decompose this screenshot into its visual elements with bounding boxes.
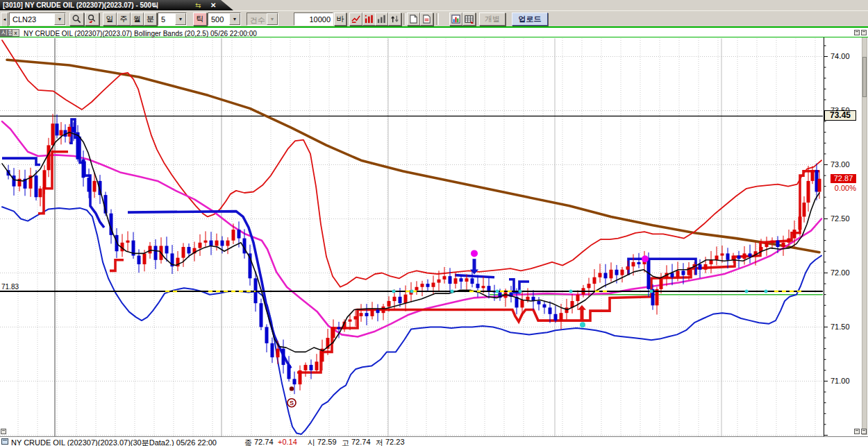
candle-body[interactable]	[143, 253, 147, 264]
candle-body[interactable]	[787, 239, 791, 243]
candle-body[interactable]	[82, 160, 85, 178]
candle-body[interactable]	[732, 256, 735, 260]
candle-body[interactable]	[260, 303, 263, 327]
trendline-tool-button[interactable]	[349, 12, 362, 26]
candle-body[interactable]	[660, 278, 663, 289]
candle-body[interactable]	[304, 365, 308, 370]
sort-updown-button[interactable]	[388, 12, 401, 26]
candle-body[interactable]	[765, 243, 769, 247]
splitter-button[interactable]: ◂	[1, 12, 8, 27]
candle-body[interactable]	[199, 243, 202, 248]
candle-body[interactable]	[818, 179, 821, 192]
candle-body[interactable]	[354, 316, 358, 320]
candle-body[interactable]	[637, 262, 641, 264]
candle-body[interactable]	[43, 170, 47, 189]
candle-body[interactable]	[526, 297, 530, 300]
candle-body[interactable]	[482, 286, 485, 288]
candle-body[interactable]	[215, 241, 219, 246]
candle-body[interactable]	[543, 305, 546, 308]
chevron-down-icon[interactable]: ▼	[175, 13, 186, 25]
candle-body[interactable]	[604, 273, 608, 278]
candle-body[interactable]	[382, 307, 385, 313]
bar-apply-button[interactable]: 바	[334, 12, 347, 26]
candle-body[interactable]	[715, 256, 719, 260]
period-month-button[interactable]: 월	[131, 12, 144, 26]
candle-body[interactable]	[599, 273, 602, 277]
candle-body[interactable]	[721, 253, 724, 255]
candle-body[interactable]	[210, 241, 213, 246]
candle-body[interactable]	[221, 241, 224, 246]
candle-body[interactable]	[204, 241, 208, 243]
candle-body[interactable]	[137, 256, 141, 264]
candle-body[interactable]	[282, 349, 285, 365]
candle-body[interactable]	[39, 189, 42, 197]
zoom-button[interactable]	[69, 12, 84, 26]
red-bars-button[interactable]	[362, 12, 376, 26]
candle-body[interactable]	[803, 203, 806, 216]
candle-body[interactable]	[710, 260, 713, 264]
candle-body[interactable]	[682, 271, 685, 275]
candle-body[interactable]	[610, 270, 613, 278]
candle-body[interactable]	[771, 241, 774, 243]
candle-body[interactable]	[399, 297, 402, 303]
minute-interval-combobox[interactable]: 5 ▼	[158, 12, 187, 26]
scrollbar-thumb[interactable]	[862, 57, 867, 97]
candle-body[interactable]	[565, 307, 569, 313]
candle-body[interactable]	[360, 313, 363, 316]
candle-body[interactable]	[376, 310, 380, 314]
zoom-reset-button[interactable]	[85, 12, 99, 26]
candle-body[interactable]	[47, 145, 51, 170]
candle-body[interactable]	[799, 216, 802, 230]
candle-body[interactable]	[337, 327, 341, 329]
candle-body[interactable]	[432, 283, 435, 287]
candle-body[interactable]	[626, 266, 630, 270]
candle-body[interactable]	[332, 327, 335, 338]
candle-body[interactable]	[632, 262, 635, 266]
candle-body[interactable]	[437, 280, 441, 283]
candle-body[interactable]	[737, 256, 741, 259]
candle-body[interactable]	[443, 276, 446, 280]
candle-body[interactable]	[593, 277, 596, 284]
candle-body[interactable]	[126, 241, 130, 243]
candle-body[interactable]	[471, 278, 474, 284]
close-icon[interactable]: ✕	[210, 0, 216, 10]
candle-body[interactable]	[749, 253, 752, 257]
candle-body[interactable]	[793, 230, 796, 238]
pane-maximize-icon[interactable]	[861, 429, 867, 434]
candle-body[interactable]	[699, 264, 702, 270]
swap-icon[interactable]: ⇆	[195, 0, 201, 10]
period-tick-button[interactable]: 틱	[193, 12, 207, 26]
candle-body[interactable]	[365, 313, 369, 316]
candle-body[interactable]	[676, 271, 680, 277]
chart-save-button[interactable]	[449, 12, 462, 26]
candle-body[interactable]	[315, 361, 319, 370]
candle-body[interactable]	[704, 264, 708, 270]
candle-body[interactable]	[265, 327, 269, 343]
candle-body[interactable]	[68, 127, 72, 137]
period-week-button[interactable]: 주	[117, 12, 131, 26]
candle-body[interactable]	[371, 310, 374, 316]
page-setting-button[interactable]	[420, 12, 433, 26]
candle-body[interactable]	[807, 181, 810, 203]
chevron-down-icon[interactable]: ▼	[229, 13, 240, 25]
candle-body[interactable]	[12, 175, 16, 187]
candle-body[interactable]	[187, 247, 191, 253]
candle-body[interactable]	[537, 301, 541, 305]
candle-body[interactable]	[299, 370, 302, 384]
price-chart[interactable]: S	[0, 26, 824, 436]
candle-body[interactable]	[387, 301, 391, 307]
candle-body[interactable]	[182, 247, 185, 258]
candle-body[interactable]	[293, 379, 297, 384]
candle-body[interactable]	[149, 246, 152, 253]
maximize-window-icon[interactable]	[861, 30, 867, 35]
candle-body[interactable]	[743, 253, 746, 259]
candle-body[interactable]	[487, 286, 491, 291]
candle-body[interactable]	[404, 295, 408, 303]
candle-body[interactable]	[310, 365, 313, 370]
symbol-combobox[interactable]: CLN23 ▼	[9, 12, 66, 26]
candle-body[interactable]	[776, 241, 780, 247]
chevron-down-icon[interactable]: ▼	[54, 13, 65, 25]
candle-body[interactable]	[93, 181, 97, 192]
candle-body[interactable]	[232, 230, 235, 241]
candle-body[interactable]	[811, 170, 815, 181]
